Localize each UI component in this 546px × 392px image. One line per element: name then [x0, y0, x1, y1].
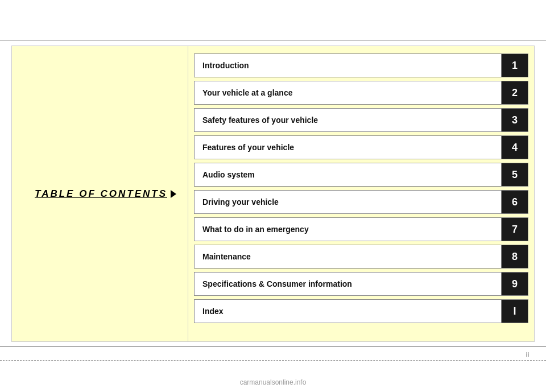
- toc-list: Introduction1Your vehicle at a glance2Sa…: [188, 46, 535, 342]
- toc-item-number: 2: [502, 81, 528, 104]
- toc-title-text: TABLE OF CONTENTS: [35, 188, 167, 200]
- toc-item-number: 3: [502, 109, 528, 131]
- toc-item-label: Introduction: [195, 54, 502, 77]
- toc-item-number: 8: [502, 245, 528, 268]
- toc-item-label: Driving your vehicle: [195, 191, 502, 213]
- bottom-divider: [0, 346, 546, 346]
- toc-item-label: What to do in an emergency: [195, 218, 502, 241]
- toc-item[interactable]: Specifications & Consumer information9: [194, 272, 528, 296]
- toc-title: TABLE OF CONTENTS: [35, 188, 176, 200]
- toc-item-number: 7: [502, 218, 528, 241]
- toc-item-number: 5: [502, 163, 528, 186]
- top-divider: [0, 40, 546, 40]
- dashed-divider: [0, 360, 546, 361]
- toc-item-label: Your vehicle at a glance: [195, 81, 502, 104]
- toc-item[interactable]: Driving your vehicle6: [194, 190, 528, 214]
- toc-item[interactable]: Maintenance8: [194, 245, 528, 269]
- toc-item-label: Features of your vehicle: [195, 136, 502, 159]
- toc-item-number: 6: [502, 191, 528, 213]
- toc-item-label: Index: [195, 300, 502, 323]
- toc-item-label: Maintenance: [195, 245, 502, 268]
- toc-item[interactable]: Features of your vehicle4: [194, 135, 528, 159]
- toc-item[interactable]: Your vehicle at a glance2: [194, 81, 528, 105]
- left-panel: TABLE OF CONTENTS: [11, 46, 188, 342]
- toc-item-number: I: [502, 300, 528, 323]
- toc-item-number: 1: [502, 54, 528, 77]
- main-container: TABLE OF CONTENTS Introduction1Your vehi…: [11, 46, 535, 342]
- toc-item-label: Specifications & Consumer information: [195, 273, 502, 295]
- toc-item-label: Audio system: [195, 163, 502, 186]
- toc-arrow-icon: [171, 190, 176, 198]
- toc-item[interactable]: IndexI: [194, 299, 528, 323]
- toc-item-number: 4: [502, 136, 528, 159]
- toc-item-label: Safety features of your vehicle: [195, 109, 502, 131]
- page-number: ii: [526, 351, 529, 358]
- toc-item[interactable]: Audio system5: [194, 163, 528, 187]
- toc-item[interactable]: What to do in an emergency7: [194, 217, 528, 241]
- toc-item[interactable]: Introduction1: [194, 53, 528, 77]
- toc-item-number: 9: [502, 273, 528, 295]
- toc-item[interactable]: Safety features of your vehicle3: [194, 108, 528, 132]
- watermark-text: carmanualsonline.info: [240, 378, 307, 386]
